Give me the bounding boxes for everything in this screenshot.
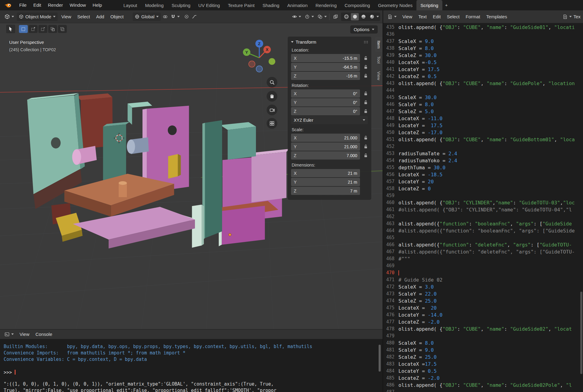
lock-icon[interactable] <box>360 135 368 140</box>
code-line-447[interactable]: 447ScaleZ = 5.0 <box>383 108 583 115</box>
code-line-443[interactable]: 443olist.append( {"OBJ": "CUBE", "name":… <box>383 80 583 87</box>
code-line-482[interactable]: 482ScaleZ = 25.0 <box>383 354 583 361</box>
code-line-479[interactable]: 479 <box>383 333 583 340</box>
code-line-469[interactable]: 469 <box>383 262 583 269</box>
eye-icon[interactable] <box>291 13 298 21</box>
code-line-468[interactable]: 468#""" <box>383 255 583 262</box>
console-editor-type-button[interactable] <box>2 330 16 339</box>
texteditor-scrollbar[interactable] <box>580 292 582 374</box>
menu-window[interactable]: Window <box>66 0 89 10</box>
code-line-487[interactable]: 487 <box>383 389 583 392</box>
code-line-484[interactable]: 484LocateY = 0.5 <box>383 368 583 375</box>
code-line-445[interactable]: 445ScaleX = 30.0 <box>383 94 583 101</box>
code-area[interactable]: 435olist.append( {"OBJ": "CUBE", "name":… <box>383 23 583 392</box>
code-line-481[interactable]: 481ScaleY = 9.0 <box>383 347 583 354</box>
camera-view-button[interactable] <box>267 105 277 115</box>
code-line-449[interactable]: 449LocateY = 17.5 <box>383 122 583 129</box>
code-line-439[interactable]: 439ScaleZ = 30.0 <box>383 52 583 59</box>
blender-logo-icon[interactable] <box>4 2 12 8</box>
code-line-477[interactable]: 477LocateZ = -2.0 <box>383 318 583 325</box>
select-tool-icon[interactable] <box>6 25 15 33</box>
shading-material-button[interactable] <box>359 13 367 20</box>
code-line-456[interactable]: 456LocateX = -18.5 <box>383 171 583 178</box>
mode-dropdown[interactable]: Object Mode <box>17 13 58 21</box>
code-line-472[interactable]: 472ScaleX = 3.0 <box>383 283 583 290</box>
location-z-field[interactable]: Z-16 m <box>291 72 360 80</box>
tab-tool[interactable]: Tool <box>375 53 383 67</box>
add-workspace-button[interactable]: + <box>442 0 451 10</box>
console-scrollbar[interactable] <box>379 345 381 372</box>
lock-icon[interactable] <box>360 65 368 69</box>
texteditor-menu-edit[interactable]: Edit <box>430 10 444 23</box>
orthographic-toggle-button[interactable] <box>267 118 277 129</box>
location-y-field[interactable]: Y-64.5 m <box>291 63 360 71</box>
location-x-field[interactable]: X-15.5 m <box>291 54 360 62</box>
pan-hand-button[interactable] <box>267 91 277 102</box>
code-line-471[interactable]: 471# Guide Side 02 <box>383 276 583 283</box>
viewport-3d[interactable]: Z Y X <box>0 23 383 329</box>
code-line-444[interactable]: 444 <box>383 87 583 94</box>
workspace-tab-modeling[interactable]: Modeling <box>141 0 168 10</box>
menu-file[interactable]: File <box>16 0 30 10</box>
code-line-441[interactable]: 441LocateY = 17.5 <box>383 66 583 73</box>
console-body[interactable]: Builtin Modules: bpy, bpy.data, bpy.ops,… <box>0 339 383 392</box>
code-line-470[interactable]: 470 <box>383 269 583 276</box>
transform-panel-header[interactable]: Transform <box>291 39 368 45</box>
rotation-y-field[interactable]: Y0° <box>291 98 360 106</box>
console-menu-view[interactable]: View <box>16 329 32 339</box>
overlays-icon[interactable] <box>316 13 324 21</box>
magnet-icon[interactable] <box>169 13 177 21</box>
rotation-x-field[interactable]: X0° <box>291 89 360 98</box>
menu-help[interactable]: Help <box>89 0 106 10</box>
dimensions-y-field[interactable]: Y21 m <box>291 178 360 186</box>
code-line-450[interactable]: 450LocateZ = -17.0 <box>383 129 583 136</box>
lock-icon[interactable] <box>360 153 368 158</box>
viewport-menu-add[interactable]: Add <box>93 10 107 23</box>
code-line-437[interactable]: 437ScaleX = 9.0 <box>383 38 583 45</box>
texteditor-editor-type-button[interactable] <box>386 13 399 21</box>
code-line-436[interactable]: 436 <box>383 31 583 38</box>
code-line-453[interactable]: 453radiusTumaTate = 2.4 <box>383 150 583 157</box>
text-datablock-selector[interactable]: Tex <box>563 14 581 19</box>
code-line-457[interactable]: 457LocateY = 20 <box>383 178 583 185</box>
lock-icon[interactable] <box>360 144 368 149</box>
viewport-menu-select[interactable]: Select <box>74 10 93 23</box>
select-mode-new-button[interactable] <box>19 25 28 33</box>
code-line-452[interactable]: 452 <box>383 143 583 150</box>
code-line-467[interactable]: 467#alist.append({"function": "deleteFnc… <box>383 248 583 255</box>
workspace-tab-layout[interactable]: Layout <box>119 0 141 10</box>
workspace-tab-animation[interactable]: Animation <box>283 0 312 10</box>
code-line-466[interactable]: 466alist.append({"function": "deleteFnc"… <box>383 241 583 248</box>
dimensions-x-field[interactable]: X21 m <box>291 169 360 177</box>
select-mode-extend-button[interactable] <box>29 25 38 33</box>
code-line-442[interactable]: 442LocateZ = 0.5 <box>383 73 583 80</box>
falloff-curve-icon[interactable] <box>191 13 198 21</box>
code-line-485[interactable]: 485LocateZ = -2.0 <box>383 375 583 382</box>
shading-rendered-button[interactable] <box>368 13 376 20</box>
rotation-z-field[interactable]: Z0° <box>291 107 360 115</box>
code-line-440[interactable]: 440LocateX =-0.5 <box>383 59 583 66</box>
lock-icon[interactable] <box>360 74 368 78</box>
shading-wireframe-button[interactable] <box>342 13 350 20</box>
code-line-483[interactable]: 483LocateX =17.5 <box>383 361 583 368</box>
code-line-462[interactable]: 462 <box>383 213 583 220</box>
code-line-458[interactable]: 458LocateZ = 0 <box>383 185 583 192</box>
workspace-tab-geometry-nodes[interactable]: Geometry Nodes <box>374 0 416 10</box>
workspace-tab-rendering[interactable]: Rendering <box>311 0 340 10</box>
lock-icon[interactable] <box>360 100 368 105</box>
console-menu-console[interactable]: Console <box>32 329 55 339</box>
code-line-476[interactable]: 476LocateY = -14.0 <box>383 311 583 318</box>
code-line-435[interactable]: 435olist.append( {"OBJ": "CUBE", "name":… <box>383 24 583 31</box>
code-line-475[interactable]: 475LocateX = 20 <box>383 304 583 311</box>
menu-edit[interactable]: Edit <box>30 0 45 10</box>
shading-solid-button[interactable] <box>351 13 359 20</box>
menu-render[interactable]: Render <box>45 0 66 10</box>
workspace-tab-texture-paint[interactable]: Texture Paint <box>224 0 259 10</box>
scale-y-field[interactable]: Y21.000 <box>291 142 360 151</box>
lock-icon[interactable] <box>360 109 368 113</box>
select-mode-intersect-button[interactable] <box>58 25 67 33</box>
rotation-mode-dropdown[interactable]: XYZ Euler <box>291 116 368 124</box>
texteditor-menu-view[interactable]: View <box>399 10 415 23</box>
code-line-473[interactable]: 473ScaleY = 22.0 <box>383 290 583 297</box>
viewport-editor-type-button[interactable] <box>2 13 16 21</box>
